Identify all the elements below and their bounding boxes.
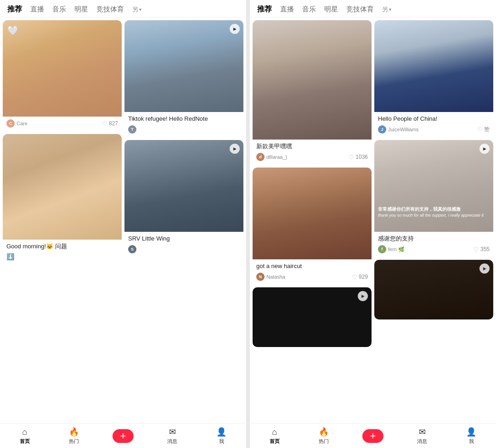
like-section[interactable]: ♡ 1036 [349, 154, 368, 161]
bottom-msg-left[interactable]: ✉ 消息 [161, 427, 184, 445]
avatar: J [378, 125, 386, 134]
card-girl-blonde-1[interactable]: 🤍 C Care ♡ 827 [3, 20, 122, 131]
bottom-label: 消息 [167, 438, 177, 445]
subtitle-en: thank you so much for all the support, i… [378, 213, 490, 218]
bottom-home-left[interactable]: ⌂ 首页 [13, 427, 36, 445]
like-section[interactable]: ♡ 355 [473, 246, 490, 253]
card-girl-morning[interactable]: Good morning!🐱 问题 ⬇️ [3, 134, 122, 264]
card-title: SRV Little Wing [128, 235, 240, 243]
heart-icon: ♡ [349, 154, 354, 161]
play-icon: ▶ [230, 24, 240, 34]
nav-star-right[interactable]: 明星 [324, 5, 338, 14]
nav-more-left[interactable]: 另 ▾ [132, 6, 141, 14]
left-bottom-bar: ⌂ 首页 🔥 热门 + ✉ 消息 👤 我 [0, 423, 246, 448]
card-dark-video[interactable]: ▶ [253, 287, 372, 347]
subtitle-overlay: 非常感谢你们所有的支持，我真的很感激 thank you so much for… [378, 206, 490, 218]
card-image: ▶ [253, 287, 372, 347]
card-title: 新款美甲嘿嘿 [256, 142, 368, 151]
right-bottom-bar: ⌂ 首页 🔥 热门 + ✉ 消息 👤 我 [250, 423, 496, 448]
card-tiktok-refugee[interactable]: ▶ Tiktok refugee! Hello RedNote T [124, 20, 243, 137]
play-icon: ▶ [479, 263, 490, 274]
card-title: 感谢您的支持 [378, 235, 490, 243]
card-meta: J JuiceWilliams ♡ 赞 [378, 125, 490, 134]
message-icon: ✉ [419, 427, 426, 437]
avatar: d [256, 153, 265, 161]
nav-recommend-left[interactable]: 推荐 [7, 5, 22, 14]
right-nav: 推荐 直播 音乐 明星 竞技体育 另 ▾ [250, 0, 496, 17]
right-col-0: 新款美甲嘿嘿 d dlllaraa_) ♡ 1036 [253, 20, 372, 420]
card-meta: d dlllaraa_) ♡ 1036 [256, 153, 368, 161]
card-info: Tiktok refugee! Hello RedNote T [124, 112, 243, 137]
profile-icon: 👤 [216, 427, 226, 437]
add-button[interactable]: + [362, 429, 383, 443]
like-count: 1036 [355, 154, 368, 160]
bottom-me-right[interactable]: 👤 我 [460, 427, 483, 445]
left-content: 🤍 C Care ♡ 827 [0, 17, 246, 423]
nav-music-left[interactable]: 音乐 [52, 5, 66, 14]
nav-live-left[interactable]: 直播 [30, 5, 44, 14]
play-icon: ▶ [479, 144, 490, 154]
avatar: T [128, 125, 136, 134]
card-drum-video[interactable]: ▶ [374, 260, 493, 319]
card-author: J JuiceWilliams [378, 125, 419, 134]
left-phone: 推荐 直播 音乐 明星 竞技体育 另 ▾ 🤍 C [0, 0, 246, 448]
card-hello-china[interactable]: Hello People of China! J JuiceWilliams ♡… [374, 20, 493, 137]
like-section[interactable]: ♡ 赞 [477, 126, 490, 134]
add-button[interactable]: + [113, 429, 134, 443]
nav-recommend-right[interactable]: 推荐 [257, 5, 272, 14]
like-count: 827 [109, 120, 118, 127]
subtitle-zh: 非常感谢你们所有的支持，我真的很感激 [378, 206, 490, 213]
heart-icon: ♡ [477, 126, 483, 133]
card-author: C Care [6, 119, 28, 128]
card-title: got a new haircut [256, 262, 368, 270]
home-icon: ⌂ [272, 427, 277, 437]
card-info: Good morning!🐱 问题 ⬇️ [3, 240, 122, 264]
card-image [374, 20, 493, 112]
card-nails[interactable]: 新款美甲嘿嘿 d dlllaraa_) ♡ 1036 [253, 20, 372, 165]
card-info: Hello People of China! J JuiceWilliams ♡… [374, 112, 493, 137]
nav-music-right[interactable]: 音乐 [302, 5, 316, 14]
author-name: dlllaraa_) [266, 154, 287, 160]
bottom-hot-left[interactable]: 🔥 热门 [62, 427, 85, 445]
home-icon: ⌂ [22, 427, 27, 437]
nav-star-left[interactable]: 明星 [74, 5, 88, 14]
card-info: 感谢您的支持 f fern 🌿 ♡ 355 [374, 232, 493, 257]
bottom-hot-right[interactable]: 🔥 热门 [312, 427, 335, 445]
card-image: ▶ 非常感谢你们所有的支持，我真的很感激 thank you so much f… [374, 140, 493, 232]
bottom-add-right[interactable]: + [361, 429, 384, 443]
card-author: T [128, 125, 136, 134]
bottom-msg-right[interactable]: ✉ 消息 [411, 427, 434, 445]
nav-sports-left[interactable]: 竞技体育 [96, 5, 124, 14]
like-section[interactable]: ♡ 929 [352, 274, 368, 280]
card-meta: N Natasha ♡ 929 [256, 273, 368, 281]
card-thank-you[interactable]: ▶ 非常感谢你们所有的支持，我真的很感激 thank you so much f… [374, 140, 493, 257]
author-name: fern 🌿 [388, 246, 405, 252]
card-info: C Care ♡ 827 [3, 117, 122, 131]
card-title: Hello People of China! [378, 115, 490, 123]
author-name: Care [17, 121, 28, 126]
card-image: 🤍 [3, 20, 122, 117]
bottom-home-right[interactable]: ⌂ 首页 [263, 427, 286, 445]
like-section[interactable]: ♡ 827 [102, 120, 118, 127]
nav-live-right[interactable]: 直播 [280, 5, 294, 14]
card-image: ▶ [124, 140, 243, 232]
card-image [3, 134, 122, 240]
avatar: C [6, 119, 15, 128]
nav-sports-right[interactable]: 竞技体育 [346, 5, 374, 14]
bottom-add-left[interactable]: + [112, 429, 135, 443]
bottom-label: 我 [219, 438, 224, 445]
avatar: N [256, 273, 265, 281]
message-icon: ✉ [169, 427, 176, 437]
right-masonry: 新款美甲嘿嘿 d dlllaraa_) ♡ 1036 [250, 17, 496, 423]
card-meta: C Care ♡ 827 [6, 119, 118, 128]
nav-more-right[interactable]: 另 ▾ [382, 6, 391, 14]
card-new-haircut[interactable]: got a new haircut N Natasha ♡ 929 [253, 168, 372, 285]
card-author: d dlllaraa_) [256, 153, 287, 161]
bottom-me-left[interactable]: 👤 我 [210, 427, 233, 445]
bottom-label: 首页 [270, 438, 280, 445]
card-srv-guitar[interactable]: ▶ SRV Little Wing S [124, 140, 243, 257]
bottom-label: 热门 [69, 438, 79, 445]
hot-icon: 🔥 [319, 427, 329, 437]
card-meta: T [128, 125, 240, 134]
bottom-label: 我 [469, 438, 474, 445]
